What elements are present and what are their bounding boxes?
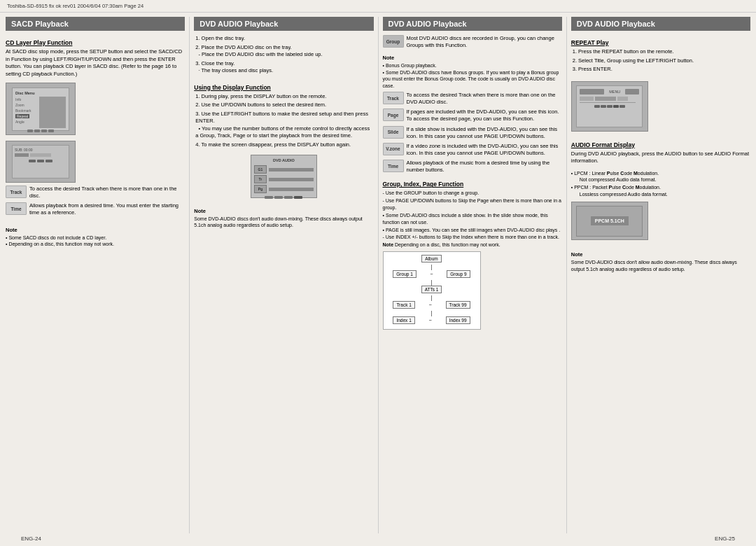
step2: 2. Place the DVD AUDIO disc on the tray.…	[195, 44, 373, 59]
group1-box: Group 1	[393, 270, 416, 278]
audio-format-title: AUDIO Format Display	[571, 141, 750, 148]
col2-dvd: DVD AUDIO Playback 1. Open the disc tray…	[194, 17, 373, 533]
display-steps: 1. During play, press the DISPLAY button…	[194, 93, 373, 150]
col4-note-text: Some DVD-AUDIO discs don't allow audio d…	[571, 259, 750, 272]
audio-format-body: During DVD AUDIO playback, press the AUD…	[571, 150, 750, 165]
slide-icon-text: If a slide show is included with the DVD…	[407, 126, 562, 140]
group-icon-text: Most DVD AUDIO discs are recorded in Gro…	[407, 35, 562, 49]
ppcm-screenshot: PPCM 5.1CH	[571, 202, 648, 240]
col3-track-icon: Track	[383, 92, 404, 104]
col1-sacd: SACD Playback CD Layer Play Function At …	[6, 17, 185, 533]
page-header: Toshiba-SD-6915 fix ok rev01 2004/6/04 0…	[0, 0, 756, 13]
col1-note2: • Depending on a disc, this function may…	[6, 241, 185, 247]
cd-layer-title: CD Layer Play Function	[6, 39, 185, 46]
display-function-title: Using the Display Function	[194, 84, 373, 91]
group-index-items: - Use the GROUP button to change a group…	[383, 190, 562, 248]
vzone-icon: V.zone	[383, 143, 404, 155]
dvd-icon-1: G1	[254, 165, 267, 174]
col3-time-icon-text: Allows playback of the music from a desi…	[407, 160, 562, 174]
col3-time-icon: Time	[383, 160, 404, 172]
album-diagram: Album Group 1 ~ Group 9 ATTs 1	[383, 251, 481, 330]
col1-section-header: SACD Playback	[6, 17, 185, 31]
time-icon-text: Allows playback from a desired time. You…	[29, 202, 185, 216]
col4-section-header: DVD AUDIO Playback	[571, 17, 750, 31]
col3-track-icon-text: To access the desired Track when there i…	[407, 92, 562, 106]
index99-box: Index 99	[446, 316, 470, 324]
group-icon: Group	[383, 35, 404, 48]
page-icon-text: If pages are included with the DVD-AUDIO…	[407, 108, 562, 122]
group-icon-row: Group Most DVD AUDIO discs are recorded …	[383, 35, 562, 49]
cd-layer-section: CD Layer Play Function At SACD disc stop…	[6, 35, 185, 80]
col2-steps: 1. Open the disc tray. 2. Place the DVD …	[194, 35, 373, 76]
vzone-icon-text: If a video zone is included with the DVD…	[407, 143, 562, 157]
step3: 3. Close the tray. · The tray closes and…	[195, 60, 373, 75]
lpcm-note: • LPCM : Linear Pulse Code Modulation. N…	[571, 170, 750, 183]
vzone-icon-row: V.zone If a video zone is included with …	[383, 143, 562, 157]
col2-section-header: DVD AUDIO Playback	[194, 17, 373, 31]
repeat-steps: 1. Press the REPEAT button on the remote…	[571, 48, 750, 75]
repeat-step2: 2. Select Title, Group using the LEFT/RI…	[573, 57, 750, 65]
slide-icon: Slide	[383, 126, 404, 139]
album-box: Album	[421, 255, 441, 262]
group9-box: Group 9	[447, 270, 470, 278]
page-footer: ENG-24 ENG-25	[0, 536, 756, 542]
repeat-screenshot: MENU	[571, 81, 648, 132]
slide-icon-row: Slide If a slide show is included with t…	[383, 126, 562, 140]
track-icon: Track	[6, 186, 27, 198]
repeat-step3: 3. Press ENTER.	[573, 66, 750, 74]
atts-box: ATTs 1	[421, 286, 442, 293]
page-icon-row: Page If pages are included with the DVD-…	[383, 108, 562, 122]
col3-track-icon-row: Track To access the desired Track when t…	[383, 92, 562, 106]
ppcm-note: • PPCM : Packet Pulse Code Modulation. L…	[571, 184, 750, 197]
col3-dvd: DVD AUDIO Playback Group Most DVD AUDIO …	[383, 17, 562, 533]
page-icon: Page	[383, 108, 404, 121]
col2-note-label: Note	[194, 208, 373, 214]
track1-box: Track 1	[393, 301, 414, 309]
display-step2: 2. Use the UP/DOWN buttons to select the…	[195, 102, 373, 109]
menu-screenshot-1: Disc Menu InfoZoomBookmarkRepeatAngle	[6, 83, 76, 135]
display-step1: 1. During play, press the DISPLAY button…	[195, 93, 373, 101]
col2-note-text: Some DVD-AUDIO discs don't audio down-mi…	[194, 216, 373, 229]
col3-note: Note • Bonus Group playback. • Some DVD-…	[383, 52, 562, 89]
col3-section-header: DVD AUDIO Playback	[383, 17, 562, 31]
repeat-play-title: REPEAT Play	[571, 39, 750, 46]
cd-layer-body: At SACD disc stop mode, press the SETUP …	[6, 48, 185, 78]
col4-dvd: DVD AUDIO Playback REPEAT Play 1. Press …	[571, 17, 750, 533]
time-icon-row: Time Allows playback from a desired time…	[6, 202, 185, 216]
group-index-title: Group, Index, Page Function	[383, 181, 562, 188]
track-icon-text: To access the desired Track when there i…	[29, 186, 185, 200]
dvd-icon-2: Tr	[254, 175, 267, 183]
dvd-screenshot: DVD AUDIO G1 Tr Pg	[251, 155, 317, 198]
col3-time-icon-row: Time Allows playback of the music from a…	[383, 160, 562, 174]
step1: 1. Open the disc tray.	[195, 35, 373, 43]
track-icon-row: Track To access the desired Track when t…	[6, 186, 185, 200]
track99-box: Track 99	[446, 301, 470, 309]
display-step3: 3. Use the LEFT/RIGHT buttons to make th…	[195, 111, 373, 140]
col1-note1: • Some SACD discs do not include a CD la…	[6, 234, 185, 241]
repeat-step1: 1. Press the REPEAT button on the remote…	[573, 48, 750, 56]
footer-left: ENG-24	[21, 536, 41, 542]
index1-box: Index 1	[393, 316, 414, 324]
display-step4: 4. To make the screen disappear, press t…	[195, 141, 373, 149]
col4-note-label: Note	[571, 251, 750, 258]
col1-note-label: Note	[6, 227, 185, 233]
footer-right: ENG-25	[715, 536, 735, 542]
time-icon: Time	[6, 202, 27, 215]
dvd-icon-3: Pg	[254, 185, 267, 193]
menu-screenshot-2: SUB: 00:00	[6, 141, 76, 183]
